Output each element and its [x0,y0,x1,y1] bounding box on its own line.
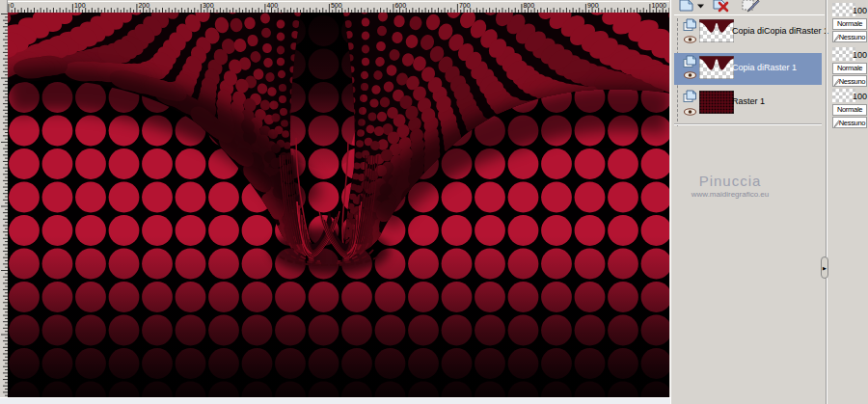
svg-text:100: 100 [74,2,86,9]
svg-text:600: 600 [394,2,406,9]
svg-text:1000: 1000 [651,2,666,9]
svg-text:700: 700 [459,2,471,9]
svg-text:0: 0 [10,2,14,9]
svg-text:900: 900 [587,2,599,9]
svg-text:300: 300 [203,2,214,9]
svg-text:500: 500 [331,2,342,9]
svg-text:200: 200 [138,2,149,9]
svg-text:800: 800 [523,2,534,9]
svg-text:400: 400 [266,2,278,9]
